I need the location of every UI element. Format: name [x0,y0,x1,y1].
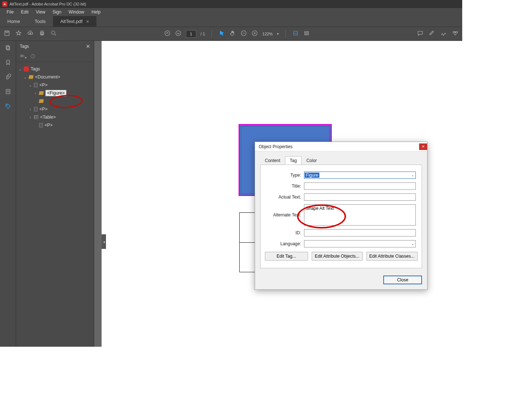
panel-options-icon[interactable]: ▾ [20,54,27,60]
menu-edit[interactable]: Edit [17,9,32,15]
tab-home-label: Home [7,19,20,24]
svg-rect-25 [20,55,23,56]
tree-p2-label: <P> [39,107,48,112]
zoom-out-icon[interactable] [240,30,247,38]
cloud-icon[interactable] [27,30,34,38]
tab-document[interactable]: AltText.pdf × [53,16,96,27]
tree-figure-label: <Figure> [45,90,66,96]
print-icon[interactable] [39,30,45,38]
toolbar-divider [212,30,212,38]
svg-rect-26 [20,56,23,57]
edit-attribute-objects-button[interactable]: Edit Attribute Objects... [312,252,363,261]
window-titlebar: A AltText.pdf - Adobe Acrobat Pro DC (32… [0,0,462,8]
id-input[interactable] [304,229,416,236]
zoom-label: 122% [262,32,273,36]
svg-point-7 [165,31,170,36]
save-icon[interactable] [4,30,10,38]
tags-tree: ⌄Tags ⌄<Document> ⌄<P> ›<Figure> ›<P> ›<… [16,62,94,132]
fit-width-icon[interactable] [292,30,299,38]
attachments-icon[interactable] [5,74,11,82]
tab-tools[interactable]: Tools [27,16,53,27]
menu-bar: File Edit View Sign Window Help [0,8,462,16]
comment-icon[interactable] [417,30,423,38]
dialog-tab-tag[interactable]: Tag [285,156,301,165]
hand-icon[interactable] [229,30,236,38]
label-language: Language: [266,241,301,246]
edit-attribute-classes-button[interactable]: Edit Attribute Classes... [366,252,418,261]
main-toolbar: / 1 122% ▾ [0,27,462,41]
svg-point-29 [33,55,33,55]
bookmarks-icon[interactable] [5,59,11,67]
label-title: Title: [266,184,301,189]
more-tools-icon[interactable] [452,30,459,38]
toolbar-divider-2 [285,30,286,38]
dialog-tab-content[interactable]: Content [260,156,285,165]
svg-rect-20 [7,46,10,50]
thumbnails-icon[interactable] [5,45,11,53]
menu-sign[interactable]: Sign [49,9,65,15]
menu-file[interactable]: File [3,9,17,15]
dialog-close-icon[interactable]: ✕ [419,143,427,150]
window-title: AltText.pdf - Adobe Acrobat Pro DC (32-b… [10,2,86,6]
actual-text-input[interactable] [304,193,416,201]
svg-rect-1 [6,31,8,33]
edit-tag-button[interactable]: Edit Tag... [265,252,308,261]
svg-rect-21 [6,89,10,94]
tree-p-1[interactable]: ⌄<P> [18,81,92,89]
tree-p-2[interactable]: ›<P> [18,105,92,113]
content-panel-icon[interactable] [5,88,11,96]
tree-figure[interactable]: ›<Figure> [18,89,92,97]
zoom-in-icon[interactable] [251,30,258,38]
alternate-text-input[interactable] [304,204,416,226]
label-actual-text: Actual Text: [266,195,301,200]
star-icon[interactable] [15,30,22,38]
tree-document[interactable]: ⌄<Document> [18,73,92,81]
close-button[interactable]: Close [383,276,422,284]
tags-panel-title: Tags [20,44,29,49]
dialog-tab-color[interactable]: Color [301,156,322,165]
svg-rect-0 [5,31,9,35]
page-down-icon[interactable] [175,30,182,38]
page-display-icon[interactable] [303,30,310,38]
tree-table[interactable]: ›<Table> [18,113,92,121]
search-icon[interactable] [50,30,57,38]
svg-point-5 [52,31,55,34]
tree-tag-empty[interactable] [18,97,92,105]
tree-root[interactable]: ⌄Tags [18,65,92,73]
label-alternate-text: Alternate Text: [266,212,301,218]
tab-home[interactable]: Home [0,16,27,27]
svg-rect-19 [6,46,9,49]
menu-view[interactable]: View [32,9,49,15]
title-input[interactable] [304,182,416,190]
language-combobox[interactable]: ⌄ [304,240,416,247]
panel-info-icon[interactable] [30,54,35,60]
svg-line-6 [54,34,56,35]
page-number-input[interactable] [186,30,196,38]
pointer-icon[interactable] [218,30,225,38]
tree-table-label: <Table> [40,115,56,120]
app-icon: A [2,1,7,7]
type-combobox[interactable]: Figure ⌄ [304,172,416,179]
chevron-down-icon: ⌄ [411,173,414,177]
zoom-dropdown-icon[interactable]: ▾ [277,32,279,36]
svg-rect-17 [453,31,455,33]
label-type: Type: [266,173,301,178]
panel-collapse-handle[interactable]: ◂ [102,234,106,249]
sign-icon[interactable] [440,30,447,38]
tree-p3-label: <P> [45,123,53,128]
panel-close-icon[interactable]: ✕ [86,43,90,49]
menu-help[interactable]: Help [88,9,104,15]
tags-panel: Tags ✕ ▾ ⌄Tags ⌄<Document> ⌄<P> ›<Figure… [16,41,94,347]
svg-rect-16 [305,34,309,35]
tab-close-icon[interactable]: × [86,19,89,24]
svg-rect-15 [305,31,309,32]
tree-document-label: <Document> [35,74,60,80]
type-value: Figure [305,173,319,178]
chevron-down-icon: ⌄ [411,242,414,246]
tree-p-3[interactable]: <P> [18,121,92,129]
highlight-icon[interactable] [429,30,435,38]
page-up-icon[interactable] [164,30,171,38]
object-properties-dialog: Object Properties ✕ Content Tag Color Ty… [255,142,428,290]
menu-window[interactable]: Window [65,9,88,15]
tags-panel-icon[interactable] [5,103,11,111]
